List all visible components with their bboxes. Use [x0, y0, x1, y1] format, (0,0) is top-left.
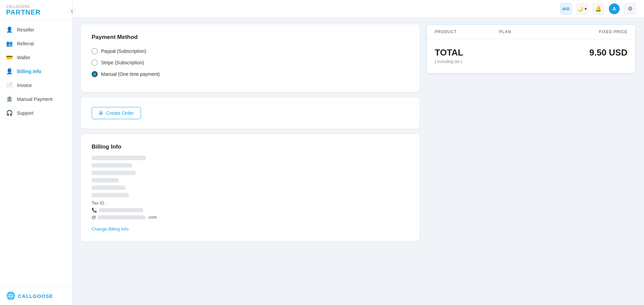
total-tax-note: ( including tax ): [435, 59, 499, 64]
invoice-icon: 📄: [6, 82, 13, 88]
payment-option-manual[interactable]: Manual (One time payment): [92, 71, 409, 77]
sidebar-item-label: Support: [17, 110, 33, 116]
blurred-rows: [92, 156, 409, 197]
blurred-row-0: [92, 156, 146, 160]
sidebar-item-support[interactable]: 🎧Support: [0, 106, 72, 120]
radio-paypal[interactable]: [92, 48, 98, 54]
phone-value-blurred: [99, 208, 143, 212]
notification-button[interactable]: 🔔: [593, 3, 604, 15]
sidebar-logo: CALLGOOSE PARTNER: [0, 0, 72, 20]
radio-stripe[interactable]: [92, 60, 98, 66]
payment-options: Paypal (Subscription)Stripe (Subscriptio…: [92, 48, 409, 77]
total-amount: 9.50 USD: [563, 47, 627, 58]
create-order-label: Create Order: [106, 110, 134, 116]
billing-info-title: Billing Info: [92, 144, 409, 150]
blurred-row-2: [92, 171, 136, 175]
translate-icon: ⇄A: [562, 6, 570, 12]
globe-icon: 🌐: [6, 291, 15, 300]
radio-manual[interactable]: [92, 71, 98, 77]
total-label: TOTAL: [435, 47, 499, 58]
language-button[interactable]: ⇄A: [560, 3, 572, 15]
sidebar-item-invoice[interactable]: 📄Invoice: [0, 78, 72, 92]
tax-id-label: Tax ID :: [92, 200, 106, 205]
payment-method-title: Payment Method: [92, 34, 409, 41]
theme-chevron-icon: ▾: [585, 6, 587, 12]
sidebar-item-label: Manual Payment: [17, 96, 52, 102]
settings-button[interactable]: ⚙: [624, 3, 636, 15]
content-area: Payment Method Paypal (Subscription)Stri…: [73, 18, 644, 305]
blurred-row-5: [92, 193, 129, 197]
sidebar-item-manual-payment[interactable]: 🏦Manual Payment: [0, 92, 72, 106]
moon-icon: 🌙: [577, 6, 583, 12]
avatar[interactable]: A: [609, 3, 620, 14]
topbar: ⇄A 🌙 ▾ 🔔 A ⚙: [73, 0, 644, 18]
total-info: TOTAL ( including tax ): [435, 47, 499, 64]
email-domain: .com: [147, 215, 157, 220]
billing-info-card: Billing Info Tax ID : 📞 @ .com Change Bi…: [81, 134, 420, 241]
col-plan: PLAN: [499, 29, 563, 34]
manual-payment-icon: 🏦: [6, 96, 13, 102]
sidebar-nav: 👤Reseller👥Referral💳Wallet👤Billing Info📄I…: [0, 20, 72, 286]
reseller-icon: 👤: [6, 26, 13, 33]
summary-header: PRODUCT PLAN FIXED PRICE: [427, 25, 636, 39]
email-value-blurred: [98, 215, 145, 219]
sidebar-item-label: Reseller: [17, 27, 34, 32]
summary-body: TOTAL ( including tax ) 9.50 USD: [427, 39, 636, 73]
blurred-row-4: [92, 186, 125, 190]
phone-icon: 📞: [92, 208, 97, 213]
sidebar-item-billing-info[interactable]: 👤Billing Info: [0, 64, 72, 78]
bell-icon: 🔔: [595, 5, 602, 12]
sidebar-item-label: Referral: [17, 41, 34, 46]
phone-field: 📞: [92, 208, 409, 213]
payment-label-manual: Manual (One time payment): [101, 71, 160, 77]
gear-icon: ⚙: [628, 5, 633, 12]
change-billing-info-link[interactable]: Change Billing Info: [92, 226, 128, 232]
sidebar-item-wallet[interactable]: 💳Wallet: [0, 50, 72, 64]
create-order-button[interactable]: 🏛 Create Order: [92, 107, 141, 119]
payment-method-card: Payment Method Paypal (Subscription)Stri…: [81, 24, 420, 92]
footer-brand-name: CALLGOOSE: [18, 293, 53, 299]
support-icon: 🎧: [6, 110, 13, 116]
brand-name: PARTNER: [6, 8, 66, 16]
total-row: TOTAL ( including tax ) 9.50 USD: [435, 47, 627, 64]
sidebar: CALLGOOSE PARTNER 👤Reseller👥Referral💳Wal…: [0, 0, 73, 305]
sidebar-item-label: Wallet: [17, 55, 30, 60]
company-label: CALLGOOSE: [6, 5, 66, 8]
email-icon: @: [92, 215, 96, 220]
summary-card: PRODUCT PLAN FIXED PRICE TOTAL ( includi…: [426, 24, 636, 74]
payment-label-stripe: Stripe (Subscription): [101, 60, 144, 65]
content-right: PRODUCT PLAN FIXED PRICE TOTAL ( includi…: [426, 24, 636, 74]
payment-option-paypal[interactable]: Paypal (Subscription): [92, 48, 409, 54]
tax-id-field: Tax ID :: [92, 200, 409, 205]
payment-option-stripe[interactable]: Stripe (Subscription): [92, 60, 409, 66]
payment-label-paypal: Paypal (Subscription): [101, 48, 146, 54]
sidebar-item-reseller[interactable]: 👤Reseller: [0, 23, 72, 37]
create-order-section: 🏛 Create Order: [81, 97, 420, 129]
wallet-icon: 💳: [6, 54, 13, 61]
sidebar-collapse-button[interactable]: ❮: [69, 7, 75, 14]
col-product: PRODUCT: [435, 29, 499, 34]
sidebar-item-label: Billing Info: [17, 69, 41, 74]
sidebar-footer: 🌐 CALLGOOSE: [0, 286, 72, 305]
bank-icon: 🏛: [99, 110, 103, 116]
blurred-row-1: [92, 163, 132, 168]
email-field: @ .com: [92, 215, 409, 220]
col-fixed-price: FIXED PRICE: [563, 29, 627, 34]
sidebar-item-label: Invoice: [17, 83, 32, 88]
referral-icon: 👥: [6, 40, 13, 47]
sidebar-item-referral[interactable]: 👥Referral: [0, 37, 72, 50]
content-left: Payment Method Paypal (Subscription)Stri…: [81, 24, 420, 241]
billing-info-icon: 👤: [6, 68, 13, 74]
blurred-row-3: [92, 178, 119, 182]
theme-button[interactable]: 🌙 ▾: [576, 3, 588, 15]
main-area: ⇄A 🌙 ▾ 🔔 A ⚙ Payment Method Paypal (Subs…: [73, 0, 644, 305]
